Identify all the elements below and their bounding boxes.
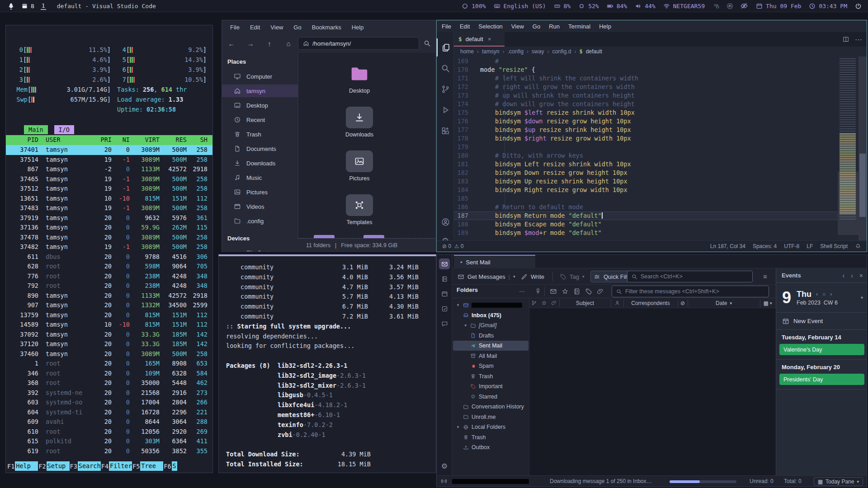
htop-row[interactable]: 628root200598M9064705 <box>6 262 212 272</box>
vscode-menu-item[interactable]: View <box>511 23 524 30</box>
path-bar[interactable]: /home/tamsyn/ <box>298 37 419 50</box>
sidebar-item-music[interactable]: Music <box>222 171 298 184</box>
fkey-button[interactable]: F3 Search <box>70 461 101 471</box>
htop-row[interactable]: 610root200120562920269 <box>6 427 212 437</box>
htop-row[interactable]: 37401tamsyn2003089M500M258 <box>6 145 212 155</box>
thread-column-icon[interactable] <box>531 300 537 306</box>
breadcrumb-item[interactable]: sway <box>532 48 544 55</box>
file-icon-documents[interactable]: Documents <box>428 63 436 94</box>
fm-menu-item[interactable]: Help <box>352 24 364 31</box>
correspondents-column[interactable]: Correspondents <box>623 298 678 308</box>
code-editor[interactable]: 169#170mode "resize" {171# left will shr… <box>454 56 845 240</box>
activity-files-icon[interactable] <box>437 38 454 56</box>
breadcrumb-item[interactable]: .config <box>508 48 524 55</box>
htop-row[interactable]: 37478tamsyn2003089M500M258 <box>6 233 212 243</box>
editor-tab[interactable]: $ default × <box>454 32 505 47</box>
day-prev-icon[interactable]: ‹ <box>816 291 818 297</box>
folder--gmail-[interactable]: ▾[Gmail] <box>453 320 528 330</box>
events-next-icon[interactable]: › <box>851 272 853 279</box>
htop-header-row[interactable]: PIDUSERPRINIVIRTRESSH <box>6 135 212 145</box>
column-picker-icon[interactable]: ▦▾ <box>761 298 774 308</box>
vpn-wifi-lock-icon[interactable] <box>712 2 720 9</box>
tb-settings-gear-icon[interactable]: ⚙ <box>439 460 450 471</box>
toolbar-menu-icon[interactable]: ≡ <box>763 272 767 280</box>
message-list-empty[interactable] <box>529 308 776 476</box>
sidebar-item-computer[interactable]: Computer <box>222 70 298 83</box>
day-today-icon[interactable]: ○ <box>822 291 826 297</box>
search-input[interactable]: Search <Ctrl+K> <box>627 271 753 282</box>
folder-spam[interactable]: Spam <box>453 361 528 371</box>
split-editor-icon[interactable] <box>842 36 849 43</box>
events-prev-icon[interactable]: ‹ <box>842 272 844 279</box>
folder-all-mail[interactable]: All Mail <box>453 351 528 361</box>
htop-row[interactable]: 13651tamsyn10-10815M151M112 <box>6 194 212 204</box>
vscode-menu-item[interactable]: Terminal <box>568 23 590 30</box>
breadcrumb-item[interactable]: tamsyn <box>482 48 500 55</box>
date-column[interactable]: Date▾ <box>688 298 760 308</box>
htop-row[interactable]: 1root200165M8908653 <box>6 359 212 369</box>
vscode-menu-item[interactable]: Run <box>549 23 560 30</box>
filter-starred-icon[interactable] <box>561 288 569 295</box>
fkey-button[interactable]: F6 S <box>163 461 177 471</box>
status-shell[interactable]: Shell Script <box>820 243 848 249</box>
more-actions-icon[interactable]: ⋯ <box>855 35 862 44</box>
fm-menu-item[interactable]: Edit <box>250 24 260 31</box>
editor-scrollbar[interactable] <box>859 56 867 240</box>
htop-row[interactable]: 14589tamsyn10-10815M151M112 <box>6 320 212 330</box>
day-next-icon[interactable]: › <box>830 291 832 297</box>
sidebar-item-tamsyn[interactable]: tamsyn <box>222 84 298 97</box>
new-event-button[interactable]: New Event <box>776 313 867 330</box>
htop-row[interactable]: 776root200238M4248348 <box>6 272 212 282</box>
sidebar-item-filesystem[interactable]: File System <box>222 246 298 252</box>
htop-row[interactable]: 867tamsyn-201133M425722918 <box>6 164 212 174</box>
space-cal-icon[interactable] <box>439 288 450 299</box>
steam-tray-icon[interactable] <box>726 2 734 10</box>
events-close-icon[interactable]: × <box>859 272 863 279</box>
account-icon[interactable] <box>437 213 454 231</box>
htop-column-pid[interactable]: PID <box>8 135 41 145</box>
sidebar-item-recent[interactable]: Recent <box>222 113 298 126</box>
fkey-button[interactable]: F4 Filter <box>101 461 132 471</box>
tag-button[interactable]: Tag▾ <box>557 271 587 282</box>
folder-drafts[interactable]: Drafts <box>453 331 528 341</box>
fm-menu-item[interactable]: Go <box>293 24 301 31</box>
htop-column-ni[interactable]: NI <box>114 135 132 145</box>
up-button[interactable]: ↑ <box>260 40 279 47</box>
sidebar-item-downloads[interactable]: Downloads <box>222 157 298 169</box>
get-messages-button[interactable]: Get Messages|▾ <box>455 271 518 282</box>
activity-debug-icon[interactable] <box>437 101 454 119</box>
filter-contact-icon[interactable] <box>573 288 580 295</box>
folder-outbox[interactable]: Outbox <box>453 442 528 452</box>
htop-row[interactable]: 792root200238M4248348 <box>6 281 212 291</box>
attachment-column-icon[interactable] <box>551 300 557 306</box>
fm-menu-item[interactable]: File <box>230 24 240 31</box>
recipient-column-icon[interactable] <box>614 300 620 306</box>
search-icon[interactable] <box>424 40 431 47</box>
vscode-menu-item[interactable]: Help <box>599 23 611 30</box>
folder-inbox-475-[interactable]: Inbox (475) <box>453 310 528 320</box>
htop-column-virt[interactable]: VIRT <box>132 135 162 145</box>
sidebar-item-videos[interactable]: Videos <box>222 200 298 213</box>
htop-row[interactable]: 37483tamsyn19-13089M500M258 <box>6 203 212 213</box>
sidebar-item-desktop[interactable]: Desktop <box>222 99 298 112</box>
sidebar-item-trash[interactable]: Trash <box>222 128 298 141</box>
vscode-menu-item[interactable]: Go <box>533 23 540 30</box>
sidebar-item-documents[interactable]: Documents <box>222 142 298 155</box>
fm-menu-item[interactable]: View <box>270 24 283 31</box>
htop-row[interactable]: 346root200109M6328584 <box>6 369 212 379</box>
htop-row[interactable]: 619root200503563852355 <box>6 446 212 456</box>
subject-column[interactable]: Subject <box>559 298 611 308</box>
file-icon-desktop[interactable]: Desktop <box>338 63 381 94</box>
breadcrumb-item[interactable]: home <box>460 48 474 55</box>
event-item[interactable]: Presidents' Day <box>779 374 864 385</box>
htop-tab-io[interactable]: I/O <box>54 125 74 134</box>
fkey-button[interactable]: F5 Tree <box>132 461 163 471</box>
problems-indicator[interactable]: ⊘ 0 ⚠ 0 <box>442 243 464 249</box>
workspace-current[interactable]: 1 <box>41 2 46 10</box>
folder-account[interactable]: ▾ <box>453 300 528 310</box>
filter-tag-icon[interactable] <box>585 288 592 295</box>
activity-ext-icon[interactable] <box>437 122 454 140</box>
activity-branch-icon[interactable] <box>437 80 454 98</box>
filter-attachment-icon[interactable] <box>597 288 604 295</box>
space-tasks-icon[interactable] <box>439 303 450 314</box>
